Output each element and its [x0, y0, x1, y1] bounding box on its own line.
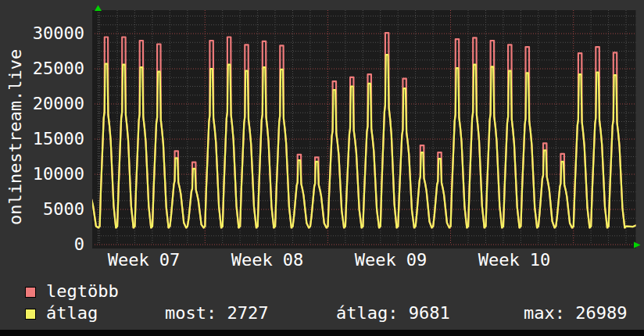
y-tick-5000: 5000 — [0, 199, 84, 220]
y-axis-arrow-icon — [95, 5, 102, 12]
y-tick-10000: 10000 — [0, 164, 84, 184]
x-axis-arrow-icon — [634, 242, 641, 248]
y-tick-0: 0 — [0, 234, 84, 255]
legend-swatch-legtobb — [25, 287, 36, 298]
y-tick-20000: 20000 — [0, 94, 84, 114]
y-tick-15000: 15000 — [0, 129, 84, 149]
y-tick-30000: 30000 — [0, 23, 84, 44]
x-tick-week-07: Week 07 — [81, 250, 206, 270]
stat-atlag: átlag: 9681 — [336, 303, 450, 323]
x-tick-week-09: Week 09 — [328, 250, 453, 270]
x-tick-week-08: Week 08 — [205, 250, 330, 270]
legend-label-atlag: átlag — [46, 303, 98, 323]
stat-max: max: 26989 — [524, 303, 627, 323]
legend-label-legtobb: legtöbb — [46, 281, 119, 302]
x-tick-week-10: Week 10 — [452, 250, 577, 270]
legend-swatch-atlag — [25, 309, 36, 320]
bottom-border-bar — [0, 330, 644, 336]
y-tick-25000: 25000 — [0, 59, 84, 79]
stat-most: most: 2727 — [165, 303, 268, 323]
